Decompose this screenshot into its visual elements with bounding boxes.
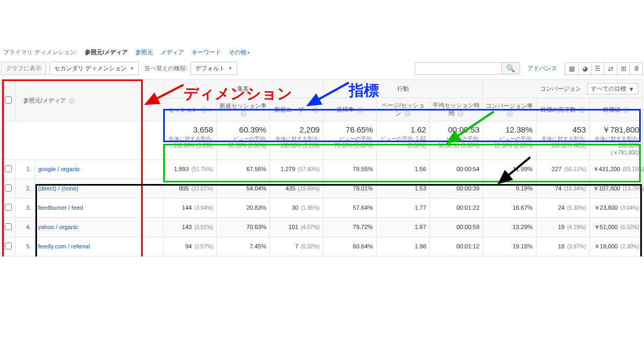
col-header[interactable]: 新規セッション率 ? [217,98,270,121]
row-name: feedly.com / referral [35,237,164,256]
metric-cell: 435 (19.69%) [270,179,323,198]
help-icon[interactable]: ? [507,111,513,117]
metric-cell: 1.87 [376,217,429,237]
view-pie-icon[interactable]: ◕ [578,63,591,75]
search-input[interactable] [415,63,501,74]
metric-cell: 67.56% [217,159,270,179]
chart-show-button[interactable]: グラフに表示 [1,62,46,75]
summary-cell: 1.62ビューの平均: 1.62 (0.00%) [376,121,429,160]
sort-type-dropdown[interactable]: デフォルト▼ [191,62,237,75]
summary-cell: 2,209全体に対する割合: 100.00% (2,209) [270,121,323,160]
view-compare-icon[interactable]: ⇄ [604,63,617,75]
table-row: 3.feedburner / feed144 (3.94%)20.83%30 (… [2,198,643,217]
dim-link-media[interactable]: メディア [160,48,184,56]
search-icon: 🔍 [506,64,515,72]
metric-cell: 70.63% [217,217,270,237]
dim-link-source[interactable]: 参照元 [135,48,153,56]
select-all-checkbox[interactable] [5,97,12,104]
metric-cell: 19 (4.19%) [536,217,589,237]
secondary-dimension-dropdown[interactable]: セカンダリ ディメンション▼ [49,62,139,75]
summary-cell: 76.65%ビューの平均: 76.65% (0.00%) [323,121,376,160]
metric-cell: 1,893 (51.75%) [164,159,217,179]
metric-cell: 7.45% [217,237,270,256]
col-header[interactable]: 目標の完了数 ? [536,98,589,121]
metric-cell: 143 (3.91%) [164,217,217,237]
row-checkbox[interactable] [5,243,12,249]
metric-cell: 57.64% [323,198,376,217]
metric-cell: 18 (3.97%) [536,237,589,256]
primary-dimension-label: プライマリ ディメンション: [3,48,77,56]
metric-cell: ￥51,000 (6.52%) [589,217,642,237]
view-bars-icon[interactable]: ☰ [591,63,604,75]
row-name: feedburner / feed [35,198,164,217]
col-header[interactable]: 直帰率 ? [323,98,376,121]
help-icon[interactable]: ? [579,107,585,113]
row-checkbox[interactable] [5,185,12,192]
source-medium-link[interactable]: feedly.com / referral [38,243,90,249]
row-index: 3. [16,198,35,217]
view-pivot-icon[interactable]: Ⅲ [630,63,642,75]
metric-cell: ￥23,800 (3.04%) [589,198,642,217]
dim-link-other[interactable]: その他▾ [229,48,250,56]
table-row: 5.feedly.com / referral94 (2.57%)7.45%7 … [2,237,643,256]
help-icon[interactable]: ? [201,107,207,113]
search-button[interactable]: 🔍 [501,63,519,74]
metric-cell: 7 (0.32%) [270,237,323,256]
conversion-goal-dropdown[interactable]: すべての目標▼ [587,83,638,94]
metric-cell: 30 (1.36%) [270,198,323,217]
view-table-icon[interactable]: ▦ [565,63,578,75]
metric-cell: 13.29% [483,217,536,237]
col-header[interactable]: セッション ?↓ [164,98,217,121]
chevron-down-icon: ▼ [228,66,232,71]
col-header[interactable]: ページ/セッション ? [376,98,429,121]
col-header[interactable]: 平均セッション時間 ? [430,98,483,121]
help-icon[interactable]: ? [69,98,75,104]
metric-cell: ￥431,200 (55.15%) [589,159,642,179]
source-medium-link[interactable]: feedburner / feed [38,204,83,211]
summary-cell: 3,658全体に対する割合: 100.00% (3,658) [164,121,217,160]
metric-cell: 00:00:54 [430,159,483,179]
row-checkbox[interactable] [5,165,12,172]
table-row: 2.(direct) / (none)805 (22.01%)54.04%435… [2,179,643,198]
source-medium-link[interactable]: yahoo / organic [38,224,78,230]
col-header[interactable]: 目標値 ? [589,98,642,121]
advance-link[interactable]: アドバンス [528,64,557,72]
dimension-header[interactable]: 参照元/メディア [23,97,66,104]
col-header[interactable]: コンバージョン率 ? [483,98,536,121]
metric-cell: ￥107,800 (13.79%) [589,179,642,198]
metric-cell: 1.56 [376,159,429,179]
row-checkbox[interactable] [5,204,12,211]
row-name: yahoo / organic [35,217,164,237]
sort-type-label: 並べ替えの種類: [144,64,187,72]
table-row: 4.yahoo / organic143 (3.91%)70.63%101 (4… [2,217,643,237]
primary-dimension-active[interactable]: 参照元/メディア [85,48,128,56]
row-name: (direct) / (none) [35,179,164,198]
help-icon[interactable]: ? [404,111,411,117]
metric-cell: 00:01:12 [430,237,483,256]
summary-cell: 00:00:53ビューの平均: 00:00:53 (0.00%) [430,121,483,160]
metric-cell: 54.04% [217,179,270,198]
view-buttons: ▦ ◕ ☰ ⇄ ⊞ Ⅲ [565,62,643,75]
view-cloud-icon[interactable]: ⊞ [617,63,630,75]
row-checkbox[interactable] [5,223,12,230]
dim-link-keyword[interactable]: キーワード [192,48,221,56]
row-name: google / organic [35,159,164,179]
summary-cell: ￥781,800全体に対する割合: 100.00% (￥781,800) [589,121,642,160]
help-icon[interactable]: ? [457,111,464,117]
help-icon[interactable]: ? [623,107,630,113]
metric-cell: 00:01:22 [430,198,483,217]
help-icon[interactable]: ? [240,111,247,117]
source-medium-link[interactable]: google / organic [38,166,80,172]
help-icon[interactable]: ? [357,107,363,113]
metric-cell: 1.98 [376,237,429,256]
search-box: 🔍 [415,62,520,75]
metric-cell: 78.01% [323,179,376,198]
toolbar: グラフに表示 セカンダリ ディメンション▼ 並べ替えの種類: デフォルト▼ 🔍 … [1,60,643,79]
source-medium-link[interactable]: (direct) / (none) [38,185,78,192]
metric-cell: 20.83% [217,198,270,217]
metric-cell: 1,279 (57.90%) [270,159,323,179]
metric-cell: 227 (50.11%) [536,159,589,179]
group-behavior: 行動 [323,80,483,98]
help-icon[interactable]: ? [312,107,319,113]
col-header[interactable]: 新規ユーザー ? [270,98,323,121]
